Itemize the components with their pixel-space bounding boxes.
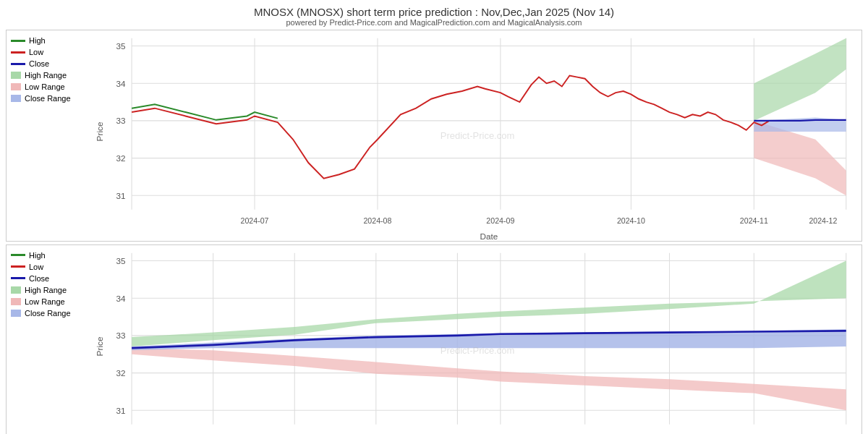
svg-text:33: 33 xyxy=(116,116,126,125)
chart2-svg: 35 34 33 32 31 2024-11-13 2024-11-17 202… xyxy=(93,245,861,434)
legend2-high: High xyxy=(11,251,89,260)
low-line2-icon xyxy=(11,265,25,268)
svg-text:Date: Date xyxy=(480,231,498,241)
svg-text:2024-11: 2024-11 xyxy=(740,216,768,225)
svg-text:2024-07: 2024-07 xyxy=(241,216,269,225)
chart1-legend: High Low Close High Range Low Range Clos… xyxy=(7,30,93,241)
legend2-close-range: Close Range xyxy=(11,309,89,318)
legend2-high-range: High Range xyxy=(11,286,89,294)
low-label: Low xyxy=(29,48,43,56)
main-container: MNOSX (MNOSX) short term price predictio… xyxy=(0,0,868,434)
svg-text:34: 34 xyxy=(116,78,126,88)
svg-text:32: 32 xyxy=(116,368,126,378)
high-range-label: High Range xyxy=(25,71,67,80)
svg-text:2024-12: 2024-12 xyxy=(809,216,837,225)
chart1-wrapper: High Low Close High Range Low Range Clos… xyxy=(6,30,862,242)
svg-text:2024-09: 2024-09 xyxy=(486,216,514,225)
legend-low: Low xyxy=(11,48,89,56)
chart2-legend: High Low Close High Range Low Range Clos… xyxy=(7,245,93,434)
high-label: High xyxy=(29,36,46,45)
low-range2-label: Low Range xyxy=(25,297,65,306)
low2-label: Low xyxy=(29,263,43,271)
legend-high: High xyxy=(11,36,89,45)
page-subtitle: powered by Predict-Price.com and Magical… xyxy=(0,18,868,27)
high-line2-icon xyxy=(11,254,25,256)
high2-label: High xyxy=(29,251,46,260)
page-title: MNOSX (MNOSX) short term price predictio… xyxy=(0,6,868,18)
svg-text:31: 31 xyxy=(116,191,126,200)
svg-text:Price: Price xyxy=(95,122,104,141)
legend-low-range: Low Range xyxy=(11,82,89,91)
high-range-icon xyxy=(11,72,21,79)
chart1-svg: 35 34 33 32 31 2024-07 2024-08 2024-09 2… xyxy=(93,30,861,241)
close-range-icon xyxy=(11,95,21,102)
svg-marker-60 xyxy=(132,348,846,410)
legend-high-range: High Range xyxy=(11,71,89,80)
close-range-label: Close Range xyxy=(25,94,71,103)
close2-label: Close xyxy=(29,274,49,283)
svg-marker-26 xyxy=(754,121,846,195)
close-range2-icon xyxy=(11,310,21,317)
close-label: Close xyxy=(29,59,49,68)
svg-text:34: 34 xyxy=(116,293,126,302)
svg-text:35: 35 xyxy=(116,256,126,265)
chart2-area: 35 34 33 32 31 2024-11-13 2024-11-17 202… xyxy=(93,245,861,434)
svg-marker-25 xyxy=(754,38,846,121)
svg-text:Price: Price xyxy=(95,336,104,356)
svg-text:35: 35 xyxy=(116,41,126,51)
svg-text:33: 33 xyxy=(116,331,126,340)
high-line-icon xyxy=(11,40,25,42)
close-line-icon xyxy=(11,63,25,65)
header: MNOSX (MNOSX) short term price predictio… xyxy=(0,0,868,28)
close-line2-icon xyxy=(11,277,25,279)
legend2-low-range: Low Range xyxy=(11,297,89,306)
high-range2-icon xyxy=(11,286,21,294)
legend2-close: Close xyxy=(11,274,89,283)
svg-text:32: 32 xyxy=(116,153,126,163)
low-range-icon xyxy=(11,83,21,90)
legend-close-range: Close Range xyxy=(11,94,89,103)
legend2-low: Low xyxy=(11,263,89,271)
low-range-label: Low Range xyxy=(25,82,65,91)
low-range2-icon xyxy=(11,298,21,305)
svg-text:2024-10: 2024-10 xyxy=(617,216,645,225)
chart1-area: 35 34 33 32 31 2024-07 2024-08 2024-09 2… xyxy=(93,30,861,241)
close-range2-label: Close Range xyxy=(25,309,71,318)
high-range2-label: High Range xyxy=(25,286,67,294)
low-line-icon xyxy=(11,51,25,54)
legend-close: Close xyxy=(11,59,89,68)
svg-text:31: 31 xyxy=(116,405,126,414)
svg-text:2024-08: 2024-08 xyxy=(363,216,391,225)
chart2-wrapper: High Low Close High Range Low Range Clos… xyxy=(6,244,862,434)
